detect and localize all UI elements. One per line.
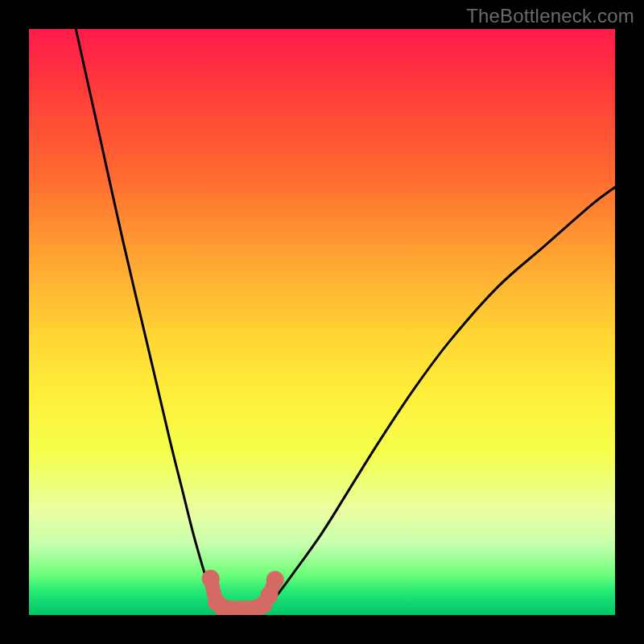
highlight-dot	[260, 586, 278, 604]
curve-layer	[29, 29, 615, 615]
plot-area	[29, 29, 615, 615]
highlight-dot	[202, 570, 220, 588]
highlight-dot	[266, 571, 284, 588]
right-curve	[263, 188, 615, 609]
left-curve	[76, 29, 222, 609]
chart-frame: TheBottleneck.com	[0, 0, 644, 644]
watermark-text: TheBottleneck.com	[466, 5, 634, 27]
